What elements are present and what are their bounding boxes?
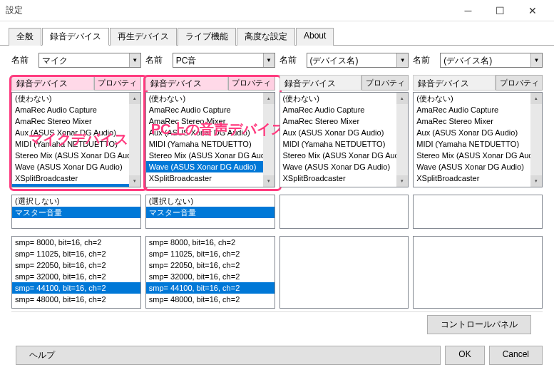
scroll-down-icon[interactable]: ▾ bbox=[129, 175, 140, 187]
scroll-down-icon[interactable]: ▾ bbox=[530, 175, 542, 187]
list-item[interactable]: XSplitBroadcaster bbox=[280, 172, 397, 184]
scroll-track[interactable] bbox=[530, 104, 542, 175]
list-item[interactable]: smp= 8000, bit=16, ch=2 bbox=[12, 237, 140, 248]
maximize-button[interactable]: ☐ bbox=[484, 1, 516, 21]
scroll-up-icon[interactable]: ▴ bbox=[263, 93, 275, 104]
list-item[interactable]: AmaRec Audio Capture bbox=[414, 104, 530, 115]
list-item[interactable]: smp= 8000, bit=16, ch=2 bbox=[146, 237, 275, 248]
list-item[interactable]: (使わない) bbox=[12, 93, 129, 104]
list-item[interactable]: smp= 22050, bit=16, ch=2 bbox=[146, 259, 275, 271]
device-list[interactable]: (使わない)AmaRec Audio CaptureAmaRec Stereo … bbox=[279, 92, 409, 187]
list-item[interactable]: AmaRec Stereo Mixer bbox=[146, 115, 263, 127]
list-item[interactable]: Stereo Mix (ASUS Xonar DG Audio) bbox=[280, 150, 397, 161]
properties-button[interactable]: プロパティ bbox=[361, 75, 409, 91]
cancel-button[interactable]: Cancel bbox=[489, 346, 543, 365]
list-item[interactable]: XSplitBroadcaster bbox=[12, 172, 129, 184]
scrollbar[interactable]: ▴▾ bbox=[129, 93, 140, 187]
sub-list[interactable]: (選択しない)マスター音量 bbox=[11, 195, 141, 229]
list-item[interactable]: AmaRec Audio Capture bbox=[146, 104, 263, 115]
list-item[interactable]: Wave (ASUS Xonar DG Audio) bbox=[414, 161, 530, 172]
minimize-button[interactable]: ─ bbox=[452, 1, 484, 21]
scroll-up-icon[interactable]: ▴ bbox=[129, 93, 140, 104]
list-item[interactable]: smp= 48000, bit=16, ch=2 bbox=[12, 294, 140, 305]
list-item[interactable]: smp= 48000, bit=16, ch=2 bbox=[146, 294, 275, 305]
list-item[interactable]: smp= 44100, bit=16, ch=2 bbox=[146, 282, 275, 294]
list-item[interactable]: マイク (ASUS Xonar DG Audio) bbox=[414, 184, 530, 187]
list-item[interactable]: マスター音量 bbox=[146, 207, 275, 218]
scroll-track[interactable] bbox=[129, 104, 140, 175]
list-item[interactable]: XSplitBroadcaster bbox=[146, 172, 263, 184]
properties-button[interactable]: プロパティ bbox=[94, 75, 141, 91]
device-name-combo[interactable]: PC音▼ bbox=[173, 53, 275, 68]
list-item[interactable]: AmaRec Stereo Mixer bbox=[414, 115, 530, 127]
ok-button[interactable]: OK bbox=[445, 346, 484, 365]
list-item[interactable]: (選択しない) bbox=[146, 195, 275, 207]
scrollbar[interactable]: ▴▾ bbox=[530, 93, 542, 187]
list-item[interactable]: Stereo Mix (ASUS Xonar DG Audio) bbox=[414, 150, 530, 161]
properties-button[interactable]: プロパティ bbox=[228, 75, 275, 91]
list-item[interactable]: Stereo Mix (ASUS Xonar DG Audio) bbox=[146, 150, 263, 161]
device-name-combo[interactable]: (デバイス名)▼ bbox=[307, 53, 409, 68]
tab-0[interactable]: 全般 bbox=[9, 28, 41, 46]
tab-1[interactable]: 録音デバイス bbox=[42, 28, 109, 46]
list-item[interactable]: Stereo Mix (ASUS Xonar DG Audio) bbox=[12, 150, 129, 161]
close-button[interactable]: ✕ bbox=[516, 1, 548, 21]
device-list[interactable]: (使わない)AmaRec Audio CaptureAmaRec Stereo … bbox=[11, 92, 141, 187]
list-item[interactable]: smp= 11025, bit=16, ch=2 bbox=[12, 248, 140, 259]
device-list[interactable]: (使わない)AmaRec Audio CaptureAmaRec Stereo … bbox=[145, 92, 275, 187]
scrollbar[interactable]: ▴▾ bbox=[396, 93, 408, 187]
scrollbar[interactable]: ▴▾ bbox=[263, 93, 275, 187]
properties-button[interactable]: プロパティ bbox=[496, 75, 543, 91]
scroll-track[interactable] bbox=[263, 104, 275, 175]
list-item[interactable]: MIDI (Yamaha NETDUETTO) bbox=[146, 138, 263, 150]
list-item[interactable]: smp= 96000, bit=16, ch=2 bbox=[146, 305, 275, 308]
list-item[interactable]: Aux (ASUS Xonar DG Audio) bbox=[414, 127, 530, 138]
list-item[interactable]: Aux (ASUS Xonar DG Audio) bbox=[146, 127, 263, 138]
device-name-combo[interactable]: (デバイス名)▼ bbox=[440, 53, 543, 68]
list-item[interactable]: AmaRec Audio Capture bbox=[280, 104, 397, 115]
scroll-up-icon[interactable]: ▴ bbox=[530, 93, 542, 104]
list-item[interactable]: smp= 11025, bit=16, ch=2 bbox=[146, 248, 275, 259]
scroll-track[interactable] bbox=[396, 104, 408, 175]
list-item[interactable]: (使わない) bbox=[146, 93, 263, 104]
tab-4[interactable]: 高度な設定 bbox=[237, 28, 295, 46]
list-item[interactable]: MIDI (Yamaha NETDUETTO) bbox=[414, 138, 530, 150]
list-item[interactable]: (選択しない) bbox=[12, 195, 140, 207]
list-item[interactable]: AmaRec Stereo Mixer bbox=[12, 115, 129, 127]
device-list[interactable]: (使わない)AmaRec Audio CaptureAmaRec Stereo … bbox=[413, 92, 543, 187]
list-item[interactable]: smp= 22050, bit=16, ch=2 bbox=[12, 259, 140, 271]
scroll-down-icon[interactable]: ▾ bbox=[263, 175, 275, 187]
list-item[interactable]: Aux (ASUS Xonar DG Audio) bbox=[280, 127, 397, 138]
format-list[interactable] bbox=[413, 236, 543, 309]
list-item[interactable]: Wave (ASUS Xonar DG Audio) bbox=[12, 161, 129, 172]
sub-list[interactable]: (選択しない)マスター音量 bbox=[145, 195, 275, 229]
help-button[interactable]: ヘルプ bbox=[16, 346, 441, 365]
scroll-up-icon[interactable]: ▴ bbox=[396, 93, 408, 104]
list-item[interactable]: MIDI (Yamaha NETDUETTO) bbox=[12, 138, 129, 150]
format-list[interactable] bbox=[279, 236, 409, 309]
tab-5[interactable]: About bbox=[296, 28, 334, 46]
sub-list[interactable] bbox=[279, 195, 409, 229]
format-list[interactable]: smp= 8000, bit=16, ch=2smp= 11025, bit=1… bbox=[11, 236, 141, 309]
device-name-combo[interactable]: マイク▼ bbox=[39, 53, 141, 68]
list-item[interactable]: XSplitBroadcaster bbox=[414, 172, 530, 184]
list-item[interactable]: smp= 32000, bit=16, ch=2 bbox=[12, 271, 140, 282]
format-list[interactable]: smp= 8000, bit=16, ch=2smp= 11025, bit=1… bbox=[145, 236, 275, 309]
list-item[interactable]: AmaRec Stereo Mixer bbox=[280, 115, 397, 127]
list-item[interactable]: AmaRec Audio Capture bbox=[12, 104, 129, 115]
list-item[interactable]: (使わない) bbox=[414, 93, 530, 104]
list-item[interactable]: マイク (ASUS Xonar DG Audio) bbox=[12, 184, 129, 187]
list-item[interactable]: マイク (ASUS Xonar DG Audio) bbox=[146, 184, 263, 187]
list-item[interactable]: マスター音量 bbox=[12, 207, 140, 218]
control-panel-button[interactable]: コントロールパネル bbox=[427, 315, 531, 334]
list-item[interactable]: Wave (ASUS Xonar DG Audio) bbox=[146, 161, 263, 172]
list-item[interactable]: smp= 96000, bit=16, ch=2 bbox=[12, 305, 140, 308]
list-item[interactable]: smp= 32000, bit=16, ch=2 bbox=[146, 271, 275, 282]
tab-2[interactable]: 再生デバイス bbox=[110, 28, 177, 46]
list-item[interactable]: smp= 44100, bit=16, ch=2 bbox=[12, 282, 140, 294]
tab-3[interactable]: ライブ機能 bbox=[178, 28, 236, 46]
list-item[interactable]: MIDI (Yamaha NETDUETTO) bbox=[280, 138, 397, 150]
scroll-down-icon[interactable]: ▾ bbox=[396, 175, 408, 187]
list-item[interactable]: Wave (ASUS Xonar DG Audio) bbox=[280, 161, 397, 172]
sub-list[interactable] bbox=[413, 195, 543, 229]
